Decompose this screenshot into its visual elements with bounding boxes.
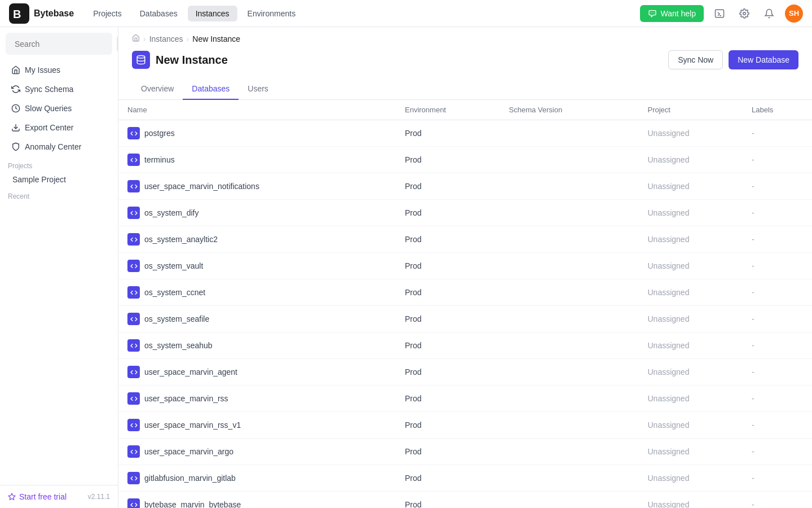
sidebar-item-label: Sync Schema	[25, 85, 73, 94]
db-icon	[127, 207, 140, 219]
search-input[interactable]	[15, 40, 113, 49]
logo[interactable]: B Bytebase	[9, 3, 74, 24]
db-icon	[127, 339, 140, 352]
svg-text:B: B	[13, 8, 21, 20]
sidebar-item-slow-queries[interactable]: Slow Queries	[3, 99, 114, 117]
db-schema-version	[500, 279, 639, 306]
table-row[interactable]: user_space_marvin_argo ProdUnassigned-	[118, 439, 812, 465]
tab-databases[interactable]: Databases	[183, 78, 239, 100]
tab-users[interactable]: Users	[239, 78, 277, 100]
user-avatar[interactable]: SH	[785, 5, 803, 23]
nav-tab-projects[interactable]: Projects	[85, 6, 130, 21]
table-row[interactable]: bytebase_marvin_bytebase ProdUnassigned-	[118, 492, 812, 509]
db-name-cell: user_space_marvin_rss	[127, 392, 387, 405]
sidebar-item-export-center[interactable]: Export Center	[3, 119, 114, 137]
page-title: New Instance	[156, 54, 228, 67]
breadcrumb-instances-link[interactable]: Instances	[149, 34, 183, 43]
table-row[interactable]: os_system_anayltic2 ProdUnassigned-	[118, 226, 812, 253]
projects-section-label: Projects	[0, 156, 118, 172]
db-labels: -	[743, 332, 812, 359]
table-row[interactable]: user_space_marvin_agent ProdUnassigned-	[118, 359, 812, 386]
db-project: Unassigned	[639, 439, 743, 465]
house-icon	[11, 65, 20, 75]
table-row[interactable]: os_system_vault ProdUnassigned-	[118, 253, 812, 279]
db-schema-version	[500, 492, 639, 509]
table-row[interactable]: user_space_marvin_rss ProdUnassigned-	[118, 386, 812, 412]
sync-now-button[interactable]: Sync Now	[668, 50, 723, 69]
sparkle-icon	[8, 493, 16, 501]
db-project: Unassigned	[639, 332, 743, 359]
db-icon	[127, 286, 140, 299]
table-row[interactable]: postgres ProdUnassigned-	[118, 120, 812, 147]
nav-tab-environments[interactable]: Environments	[240, 6, 304, 21]
search-bar[interactable]: ⌘ K	[6, 33, 112, 55]
sidebar-item-sync-schema[interactable]: Sync Schema	[3, 80, 114, 98]
db-name-cell: os_system_anayltic2	[127, 233, 387, 246]
db-environment: Prod	[396, 332, 500, 359]
db-schema-version	[500, 120, 639, 147]
db-schema-version	[500, 253, 639, 279]
nav-right: Want help SH	[640, 5, 803, 23]
db-environment: Prod	[396, 226, 500, 253]
table-row[interactable]: user_space_marvin_notifications ProdUnas…	[118, 173, 812, 200]
db-project: Unassigned	[639, 226, 743, 253]
db-icon	[127, 392, 140, 405]
db-name: gitlabfusion_marvin_gitlab	[144, 474, 236, 483]
recent-section-label: Recent	[0, 187, 118, 203]
settings-icon-button[interactable]	[735, 5, 753, 23]
db-name-cell: os_system_seahub	[127, 339, 387, 352]
sidebar-item-label: My Issues	[25, 65, 60, 75]
notifications-icon-button[interactable]	[760, 5, 778, 23]
main-layout: ⌘ K My Issues Sync Schema Slow Queries	[0, 27, 812, 508]
terminal-icon-button[interactable]	[710, 5, 729, 23]
db-environment: Prod	[396, 465, 500, 492]
db-name-cell: user_space_marvin_rss_v1	[127, 419, 387, 431]
db-icon	[127, 260, 140, 272]
want-help-button[interactable]: Want help	[640, 5, 704, 22]
top-nav: B Bytebase Projects Databases Instances …	[0, 0, 812, 27]
db-name-cell: terminus	[127, 154, 387, 166]
db-environment: Prod	[396, 147, 500, 173]
db-labels: -	[743, 306, 812, 332]
home-icon[interactable]	[132, 34, 140, 43]
col-header-environment: Environment	[396, 100, 500, 120]
db-name-cell: os_system_vault	[127, 260, 387, 272]
db-name: terminus	[144, 155, 175, 164]
db-project: Unassigned	[639, 279, 743, 306]
sidebar-item-label: Slow Queries	[25, 104, 72, 113]
db-name-cell: user_space_marvin_agent	[127, 366, 387, 378]
db-name-cell: user_space_marvin_argo	[127, 445, 387, 458]
db-project: Unassigned	[639, 253, 743, 279]
db-environment: Prod	[396, 492, 500, 509]
db-icon	[127, 154, 140, 166]
table-row[interactable]: os_system_seafile ProdUnassigned-	[118, 306, 812, 332]
db-project: Unassigned	[639, 147, 743, 173]
instance-icon	[132, 51, 150, 69]
db-labels: -	[743, 386, 812, 412]
db-labels: -	[743, 173, 812, 200]
databases-table-container: Name Environment Schema Version Project …	[118, 100, 812, 508]
table-row[interactable]: gitlabfusion_marvin_gitlab ProdUnassigne…	[118, 465, 812, 492]
table-row[interactable]: os_system_dify ProdUnassigned-	[118, 200, 812, 226]
sidebar-item-anomaly-center[interactable]: Anomaly Center	[3, 138, 114, 156]
breadcrumb-current: New Instance	[192, 34, 240, 43]
db-name-cell: user_space_marvin_notifications	[127, 180, 387, 192]
tab-overview[interactable]: Overview	[132, 78, 183, 100]
table-row[interactable]: user_space_marvin_rss_v1 ProdUnassigned-	[118, 412, 812, 439]
db-name: bytebase_marvin_bytebase	[144, 500, 241, 508]
db-name: os_system_vault	[144, 261, 203, 270]
sidebar-item-my-issues[interactable]: My Issues	[3, 61, 114, 79]
table-row[interactable]: os_system_ccnet ProdUnassigned-	[118, 279, 812, 306]
table-row[interactable]: terminus ProdUnassigned-	[118, 147, 812, 173]
start-trial-button[interactable]: Start free trial	[8, 492, 67, 501]
db-icon	[127, 313, 140, 325]
db-name: os_system_ccnet	[144, 288, 205, 297]
new-database-button[interactable]: New Database	[729, 50, 798, 69]
sample-project-item[interactable]: Sample Project	[0, 172, 118, 187]
nav-tab-databases[interactable]: Databases	[132, 6, 186, 21]
db-name: user_space_marvin_notifications	[144, 182, 259, 191]
nav-tab-instances[interactable]: Instances	[188, 6, 237, 21]
db-project: Unassigned	[639, 465, 743, 492]
table-row[interactable]: os_system_seahub ProdUnassigned-	[118, 332, 812, 359]
db-schema-version	[500, 147, 639, 173]
